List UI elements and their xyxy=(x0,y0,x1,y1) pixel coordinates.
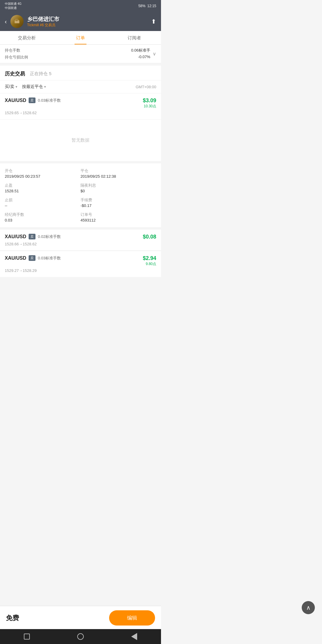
trade-item-left-2: XAU/USD 卖 0.02标准手数 xyxy=(5,234,61,239)
filter-left: 买/卖 ▾ 按最近平仓 ▾ xyxy=(5,84,46,89)
summary-row-lots: 持仓手数 0.06标准手 xyxy=(5,48,150,53)
status-right: 58% 12:15 xyxy=(138,4,156,8)
tab-analysis[interactable]: 交易分析 xyxy=(0,31,54,44)
trade-item-left-3: XAU/USD 卖 0.03标准手数 xyxy=(5,255,61,261)
trade-profit-2: $0.08 xyxy=(143,234,156,240)
lots-label: 持仓手数 xyxy=(5,48,20,53)
trade-item-2[interactable]: XAU/USD 卖 0.02标准手数 $0.08 1528.66→1528.62 xyxy=(0,227,161,251)
chevron-down-icon[interactable]: ∨ xyxy=(153,51,156,57)
trade-detail-section: 开仓 2019/09/25 00:23:57 平仓 2019/09/25 02:… xyxy=(0,161,161,227)
header-info: 乡巴佬进汇市 Tickmill #6 交易员 xyxy=(27,16,148,28)
section-header: 历史交易 正在持仓 5 xyxy=(0,66,161,80)
detail-close: 平仓 2019/09/25 02:12:38 xyxy=(80,168,156,179)
detail-open: 开仓 2019/09/25 00:23:57 xyxy=(5,168,80,179)
loss-label: 持仓亏损比例 xyxy=(5,55,28,60)
summary-cols: 持仓手数 0.06标准手 持仓亏损比例 -0.07% xyxy=(5,48,150,60)
tab-orders[interactable]: 订单 xyxy=(54,31,107,44)
tab-bar: 交易分析 订单 订阅者 xyxy=(0,31,161,45)
lots-value: 0.06标准手 xyxy=(131,48,150,53)
avatar-image: 🏔 xyxy=(10,15,24,28)
carrier2: 中国联通 xyxy=(5,6,21,10)
empty-state: 暂无数据 xyxy=(0,120,161,161)
trade-item-3[interactable]: XAU/USD 卖 0.03标准手数 $2.94 9.80点 1529.27→1… xyxy=(0,251,161,277)
detail-stop-loss: 止损 -- xyxy=(5,197,80,208)
avatar: 🏔 xyxy=(10,15,24,28)
lot-info-2: 0.02标准手数 xyxy=(38,234,61,239)
summary-row-loss: 持仓亏损比例 -0.07% xyxy=(5,55,150,60)
summary-bar: 持仓手数 0.06标准手 持仓亏损比例 -0.07% ∨ xyxy=(0,45,161,63)
trade-price-3: 1529.27→1528.29 xyxy=(5,268,156,273)
detail-take-profit: 止盈 1528.51 xyxy=(5,183,80,193)
status-bar: 中国联通 4G 中国联通 58% 12:15 xyxy=(0,0,161,12)
trade-item-header-2: XAU/USD 卖 0.02标准手数 $0.08 xyxy=(5,234,156,240)
trade-price-2: 1528.66→1528.62 xyxy=(5,242,156,246)
direction-badge-3: 卖 xyxy=(29,255,35,261)
trade-points-1: 10.30点 xyxy=(143,104,156,109)
trade-price-1: 1529.65→1528.62 xyxy=(5,111,156,115)
trade-profit-1: $3.09 xyxy=(143,97,156,104)
trade-profit-col-1: $3.09 10.30点 xyxy=(143,97,156,109)
buy-sell-filter[interactable]: 买/卖 ▾ xyxy=(5,84,17,89)
filter-bar: 买/卖 ▾ 按最近平仓 ▾ GMT+08:00 xyxy=(0,80,161,93)
lot-info-3: 0.03标准手数 xyxy=(38,256,61,261)
direction-badge-1: 卖 xyxy=(29,97,35,103)
trade-profit-3: $2.94 xyxy=(143,255,156,261)
trade-profit-col-3: $2.94 9.80点 xyxy=(143,255,156,267)
tab-subscribers[interactable]: 订阅者 xyxy=(107,31,161,44)
trade-item-header-1: XAU/USD 卖 0.03标准手数 $3.09 10.30点 xyxy=(5,97,156,109)
pair-name-2: XAU/USD xyxy=(5,234,26,239)
trade-item-left-1: XAU/USD 卖 0.03标准手数 xyxy=(5,97,61,103)
detail-grid: 开仓 2019/09/25 00:23:57 平仓 2019/09/25 02:… xyxy=(5,168,156,222)
trade-item-header-3: XAU/USD 卖 0.03标准手数 $2.94 9.80点 xyxy=(5,255,156,267)
share-button[interactable]: ⬆ xyxy=(151,18,156,25)
trade-points-3: 9.80点 xyxy=(143,261,156,267)
sort-filter[interactable]: 按最近平仓 ▾ xyxy=(22,84,46,89)
loss-value: -0.07% xyxy=(138,55,150,60)
sort-arrow: ▾ xyxy=(44,85,46,89)
header-title: 乡巴佬进汇市 xyxy=(27,16,148,23)
detail-fee: 手续费 -$0.17 xyxy=(80,197,156,208)
pair-name-3: XAU/USD xyxy=(5,256,26,261)
time: 12:15 xyxy=(147,4,156,8)
detail-broker-lots: 经纪商手数 0.03 xyxy=(5,212,80,222)
pair-name-1: XAU/USD xyxy=(5,98,26,103)
detail-order-no: 订单号 4593112 xyxy=(80,212,156,222)
history-label: 历史交易 xyxy=(5,70,25,77)
detail-overnight: 隔夜利息 $0 xyxy=(80,183,156,193)
carrier-info: 中国联通 4G 中国联通 xyxy=(5,2,21,10)
buy-sell-arrow: ▾ xyxy=(16,85,17,89)
trade-profit-col-2: $0.08 xyxy=(143,234,156,240)
direction-badge-2: 卖 xyxy=(29,234,35,239)
header: ‹ 🏔 乡巴佬进汇市 Tickmill #6 交易员 ⬆ xyxy=(0,12,161,31)
battery: 58% xyxy=(138,4,145,8)
timezone-label: GMT+08:00 xyxy=(136,85,156,89)
trade-item-1[interactable]: XAU/USD 卖 0.03标准手数 $3.09 10.30点 1529.65→… xyxy=(0,93,161,120)
back-button[interactable]: ‹ xyxy=(5,18,7,25)
header-subtitle: Tickmill #6 交易员 xyxy=(27,23,148,28)
carrier1: 中国联通 4G xyxy=(5,2,21,6)
main-content: 历史交易 正在持仓 5 买/卖 ▾ 按最近平仓 ▾ GMT+08:00 XAU/… xyxy=(0,66,161,161)
active-positions-link[interactable]: 正在持仓 5 xyxy=(30,71,52,77)
lot-info-1: 0.03标准手数 xyxy=(38,98,61,103)
